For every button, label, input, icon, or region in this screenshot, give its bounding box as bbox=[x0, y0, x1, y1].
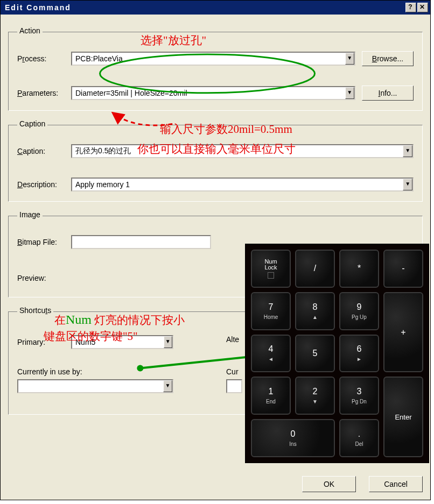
caption-legend: Caption bbox=[17, 119, 47, 128]
key-6: 6► bbox=[339, 335, 379, 373]
description-label: Description: bbox=[17, 180, 71, 189]
caption-label: Caption: bbox=[17, 147, 71, 155]
currently-dropdown-icon[interactable]: ▼ bbox=[163, 380, 172, 392]
key-numlock: NumLock bbox=[251, 250, 291, 288]
process-combo[interactable]: ▼ bbox=[71, 52, 355, 66]
footer: OK Cancel bbox=[302, 476, 423, 492]
key-9: 9Pg Up bbox=[339, 292, 379, 330]
key-slash: / bbox=[295, 250, 335, 288]
currently-label: Currently in use by: bbox=[17, 367, 103, 376]
description-combo[interactable]: ▼ bbox=[71, 178, 414, 191]
primary-input[interactable] bbox=[72, 336, 164, 348]
bitmap-input[interactable] bbox=[72, 236, 210, 248]
primary-combo[interactable]: ▼ bbox=[71, 335, 173, 349]
key-8: 8▲ bbox=[295, 292, 335, 330]
parameters-label: Parameters: bbox=[17, 89, 71, 97]
edit-command-window: Edit Command ? ✕ Action Process: ▼ Brows… bbox=[0, 0, 431, 500]
currently-combo[interactable]: ▼ bbox=[17, 379, 173, 393]
close-button[interactable]: ✕ bbox=[417, 3, 428, 12]
ok-button[interactable]: OK bbox=[302, 476, 356, 492]
action-group: Action Process: ▼ Browse... Parameters: bbox=[8, 27, 423, 111]
help-button[interactable]: ? bbox=[405, 3, 416, 12]
key-3: 3Pg Dn bbox=[339, 377, 379, 415]
info-button[interactable]: Info... bbox=[362, 86, 414, 101]
parameters-dropdown-icon[interactable]: ▼ bbox=[345, 87, 354, 99]
key-5: 5 bbox=[295, 335, 335, 373]
key-star: * bbox=[339, 250, 379, 288]
key-0: 0Ins bbox=[251, 419, 335, 457]
image-legend: Image bbox=[17, 210, 43, 219]
primary-dropdown-icon[interactable]: ▼ bbox=[164, 336, 172, 348]
description-input[interactable] bbox=[72, 179, 403, 190]
bitmap-combo[interactable] bbox=[71, 235, 211, 249]
primary-label: Primary: bbox=[17, 338, 71, 346]
alternative-label: Alte bbox=[226, 335, 248, 344]
description-dropdown-icon[interactable]: ▼ bbox=[403, 179, 412, 190]
shortcuts-legend: Shortcuts bbox=[17, 306, 53, 315]
key-4: 4◄ bbox=[251, 335, 291, 373]
caption-group: Caption Caption: ▼ Description: ▼ bbox=[8, 120, 423, 202]
bitmap-label: Bitmap File: bbox=[17, 238, 71, 246]
cur-label: Cur bbox=[226, 367, 248, 376]
cancel-button[interactable]: Cancel bbox=[369, 476, 423, 492]
currently-input[interactable] bbox=[18, 380, 163, 392]
process-input[interactable] bbox=[72, 53, 345, 65]
titlebar: Edit Command ? ✕ bbox=[1, 1, 430, 15]
parameters-input[interactable] bbox=[72, 87, 345, 99]
key-2: 2▼ bbox=[295, 377, 335, 415]
window-title: Edit Command bbox=[5, 3, 71, 12]
key-dot: .Del bbox=[339, 419, 379, 457]
cur-combo[interactable] bbox=[226, 379, 242, 393]
key-1: 1End bbox=[251, 377, 291, 415]
process-label: Process: bbox=[17, 54, 71, 63]
caption-combo[interactable]: ▼ bbox=[71, 144, 414, 158]
action-legend: Action bbox=[17, 26, 43, 35]
numpad-overlay: NumLock / * - 7Home 8▲ 9Pg Up + 4◄ 5 6► … bbox=[245, 244, 429, 463]
caption-dropdown-icon[interactable]: ▼ bbox=[403, 145, 412, 157]
cur-input[interactable] bbox=[227, 380, 241, 392]
caption-input[interactable] bbox=[72, 145, 403, 157]
parameters-combo[interactable]: ▼ bbox=[71, 86, 355, 100]
browse-button[interactable]: Browse... bbox=[362, 51, 414, 66]
key-enter: Enter bbox=[383, 377, 423, 457]
process-dropdown-icon[interactable]: ▼ bbox=[345, 53, 354, 65]
key-minus: - bbox=[383, 250, 423, 288]
preview-label: Preview: bbox=[17, 274, 71, 282]
key-7: 7Home bbox=[251, 292, 291, 330]
key-plus: + bbox=[383, 292, 423, 373]
